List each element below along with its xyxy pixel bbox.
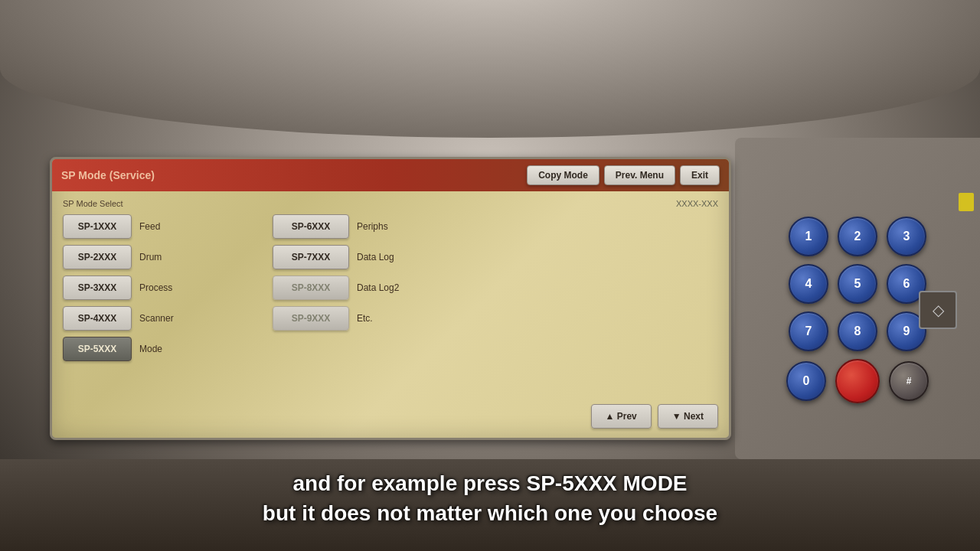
sp-3xxx-label: Process [139,282,172,293]
right-btn-row-1: SP-6XXX Periphs [273,214,399,239]
right-btn-row-3: SP-8XXX Data Log2 [273,276,399,300]
keypad-area: ◇ 1 2 3 4 5 6 7 8 9 0 # [735,138,980,459]
sp-9xxx-button[interactable]: SP-9XXX [273,306,349,331]
sp-8xxx-button[interactable]: SP-8XXX [273,276,349,300]
header-buttons: Copy Mode Prev. Menu Exit [527,165,720,185]
keypad-row-4: 0 # [786,359,929,403]
left-btn-row-2: SP-2XXX Drum [63,245,216,269]
keypad-row-2: 4 5 6 [789,264,926,304]
right-btn-row-4: SP-9XXX Etc. [273,306,399,331]
screen-content: SP Mode Select XXXX-XXX SP-1XXX Feed SP-… [52,191,729,438]
button-grid: SP-1XXX Feed SP-2XXX Drum SP-3XXX Proces… [63,214,718,361]
copy-mode-button[interactable]: Copy Mode [527,165,599,185]
nav-indicator: ◇ [919,291,957,329]
key-5[interactable]: 5 [838,264,877,304]
exit-button[interactable]: Exit [680,165,720,185]
screen-header: SP Mode (Service) Copy Mode Prev. Menu E… [52,159,729,191]
screen-title: SP Mode (Service) [61,169,155,181]
left-btn-row-4: SP-4XXX Scanner [63,306,216,331]
keypad-row-3: 7 8 9 [789,311,926,351]
right-column: SP-6XXX Periphs SP-7XXX Data Log SP-8XXX… [273,214,399,361]
sp-8xxx-label: Data Log2 [357,282,399,293]
key-4[interactable]: 4 [789,264,828,304]
prev-menu-button[interactable]: Prev. Menu [604,165,675,185]
sp-7xxx-label: Data Log [357,252,394,262]
right-btn-row-2: SP-7XXX Data Log [273,245,399,269]
prev-button[interactable]: ▲ Prev [591,404,652,429]
left-btn-row-5: SP-5XXX Mode [63,337,216,361]
sp-4xxx-label: Scanner [139,313,174,324]
next-button[interactable]: ▼ Next [658,404,718,429]
machine-top-curve [0,0,980,138]
sp-6xxx-label: Periphs [357,221,388,232]
sp-4xxx-button[interactable]: SP-4XXX [63,306,132,331]
left-btn-row-1: SP-1XXX Feed [63,214,216,239]
lcd-screen: SP Mode (Service) Copy Mode Prev. Menu E… [50,157,731,440]
sp-3xxx-button[interactable]: SP-3XXX [63,276,132,300]
key-7[interactable]: 7 [789,311,828,351]
yellow-indicator [959,193,974,211]
diamond-icon: ◇ [933,301,944,319]
sp-9xxx-label: Etc. [357,313,373,324]
sp-6xxx-button[interactable]: SP-6XXX [273,214,349,239]
key-3[interactable]: 3 [887,217,926,256]
sp-2xxx-button[interactable]: SP-2XXX [63,245,132,269]
key-8[interactable]: 8 [838,311,877,351]
key-hash[interactable]: # [889,361,929,401]
subtitle-line1: and for example press SP-5XXX MODE [46,468,934,498]
sp-5xxx-button[interactable]: SP-5XXX [63,337,132,361]
sp-7xxx-button[interactable]: SP-7XXX [273,245,349,269]
sp-1xxx-label: Feed [139,221,160,232]
key-2[interactable]: 2 [838,217,877,256]
key-0[interactable]: 0 [786,361,826,401]
keypad-row-1: 1 2 3 [789,217,926,256]
subtitle-line2: but it does not matter which one you cho… [46,498,934,528]
key-red[interactable] [835,359,880,403]
sp-1xxx-button[interactable]: SP-1XXX [63,214,132,239]
left-btn-row-3: SP-3XXX Process [63,276,216,300]
counter-display: XXXX-XXX [676,199,718,208]
left-column: SP-1XXX Feed SP-2XXX Drum SP-3XXX Proces… [63,214,216,361]
sp-2xxx-label: Drum [139,252,162,262]
subtitle: and for example press SP-5XXX MODE but i… [0,468,980,528]
key-1[interactable]: 1 [789,217,828,256]
sp-5xxx-label: Mode [139,344,162,354]
sp-mode-label: SP Mode Select [63,199,718,208]
bottom-nav: ▲ Prev ▼ Next [591,404,718,429]
